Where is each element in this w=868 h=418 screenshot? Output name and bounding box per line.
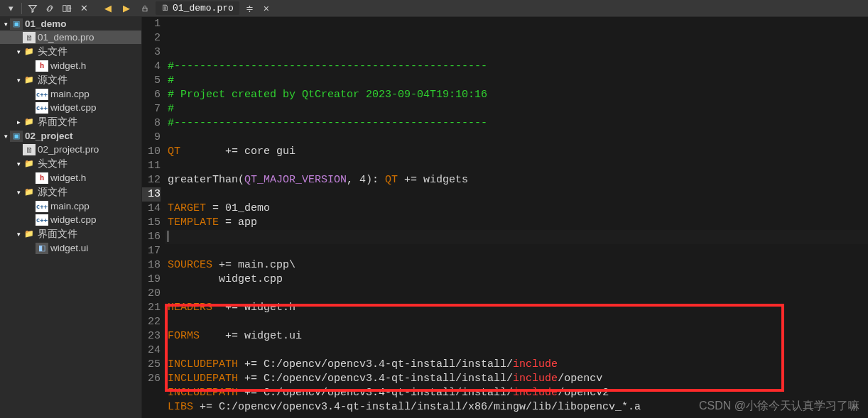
tree-item--[interactable]: ▾📁源文件 — [0, 185, 141, 199]
tree-item-01_demo[interactable]: ▾▣01_demo — [0, 17, 141, 31]
code-line-9[interactable]: greaterThan(QT_MAJOR_VERSION, 4): QT += … — [165, 173, 868, 187]
tree-toggle-icon[interactable]: ▾ — [1, 21, 10, 28]
split-icon[interactable]: + — [59, 1, 75, 16]
tree-item-label: 界面文件 — [38, 116, 77, 128]
tree-item-label: widget.cpp — [50, 102, 97, 113]
tree-item-label: widget.h — [50, 172, 86, 183]
svg-rect-0 — [63, 5, 66, 11]
editor-tab-bar: ◀ ▶ 🗎 01_demo.pro ≑ × — [99, 1, 865, 16]
code-line-13[interactable] — [165, 230, 868, 244]
tree-item-label: 头文件 — [38, 45, 67, 58]
tree-item-label: 源文件 — [38, 74, 67, 87]
tree-item-label: widget.h — [50, 60, 86, 71]
tree-item-label: main.cpp — [50, 89, 89, 99]
tree-item-label: 界面文件 — [38, 228, 77, 241]
tree-item-label: 头文件 — [38, 158, 67, 170]
code-line-21[interactable] — [165, 343, 868, 358]
code-line-18[interactable]: HEADERS += widget.h — [165, 301, 868, 315]
tree-item-widget-cpp[interactable]: c++widget.cpp — [0, 213, 141, 226]
tree-item-02_project-pro[interactable]: 🗎02_project.pro — [0, 143, 141, 156]
tree-item-widget-ui[interactable]: ◧widget.ui — [0, 241, 141, 255]
tree-toggle-icon[interactable]: ▾ — [14, 189, 23, 196]
code-line-25[interactable]: LIBS += C:/opencv/opencv3.4-qt-install/i… — [165, 400, 868, 414]
code-line-3[interactable]: # Project created by QtCreator 2023-09-0… — [165, 88, 868, 102]
tree-item-main-cpp[interactable]: c++main.cpp — [0, 87, 141, 101]
code-line-23[interactable]: INCLUDEPATH += C:/opencv/opencv3.4-qt-in… — [165, 372, 868, 386]
code-line-4[interactable]: # — [165, 102, 868, 116]
tree-item-label: widget.cpp — [50, 214, 97, 225]
tree-toggle-icon[interactable]: ▾ — [14, 48, 23, 55]
tree-toggle-icon[interactable]: ▾ — [14, 231, 23, 238]
svg-rect-3 — [143, 8, 147, 11]
tree-item-widget-cpp[interactable]: c++widget.cpp — [0, 101, 141, 114]
nav-fwd-icon[interactable]: ▶ — [119, 1, 134, 16]
close-panel-icon[interactable]: ✕ — [76, 1, 92, 16]
tree-item-label: 02_project — [25, 131, 73, 141]
line-gutter: 1234567891011121314151617181920212223242… — [142, 17, 165, 418]
tree-item-label: 01_demo.pro — [38, 32, 94, 43]
tree-item-label: 02_project.pro — [38, 144, 99, 155]
top-toolbar: ▾ + ✕ ◀ ▶ 🗎 01_demo.pro ≑ × — [0, 0, 868, 17]
code-line-15[interactable]: SOURCES += main.cpp\ — [165, 258, 868, 273]
code-line-10[interactable] — [165, 187, 868, 202]
code-line-14[interactable] — [165, 244, 868, 258]
tree-item-widget-h[interactable]: hwidget.h — [0, 171, 141, 185]
code-line-1[interactable]: #---------------------------------------… — [165, 60, 868, 74]
menu-down-icon[interactable]: ▾ — [3, 1, 18, 16]
tab-close-icon[interactable]: × — [261, 3, 272, 14]
file-doc-icon: 🗎 — [161, 3, 170, 13]
code-line-7[interactable]: QT += core gui — [165, 145, 868, 159]
lock-icon[interactable] — [137, 1, 153, 16]
code-line-12[interactable]: TEMPLATE = app — [165, 216, 868, 230]
tree-item--[interactable]: ▾📁头文件 — [0, 156, 141, 171]
tree-toggle-icon[interactable]: ▸ — [14, 119, 23, 126]
nav-back-icon[interactable]: ◀ — [100, 1, 116, 16]
tree-item-label: 01_demo — [25, 18, 67, 29]
tree-item-label: main.cpp — [50, 201, 89, 211]
tree-item-label: 源文件 — [38, 186, 67, 199]
tree-item--[interactable]: ▸📁界面文件 — [0, 114, 141, 129]
active-file-name: 01_demo.pro — [173, 3, 234, 13]
code-area[interactable]: #---------------------------------------… — [165, 17, 868, 418]
code-line-20[interactable]: FORMS += widget.ui — [165, 329, 868, 343]
code-line-2[interactable]: # — [165, 74, 868, 88]
tree-item-widget-h[interactable]: hwidget.h — [0, 59, 141, 72]
code-line-26[interactable] — [165, 414, 868, 418]
tree-toggle-icon[interactable]: ▾ — [14, 160, 23, 167]
project-tree[interactable]: ▾▣01_demo 🗎01_demo.pro▾📁头文件 hwidget.h▾📁源… — [0, 17, 142, 418]
file-dropdown-icon[interactable]: ≑ — [242, 1, 258, 16]
tree-toggle-icon[interactable]: ▾ — [14, 77, 23, 84]
code-line-19[interactable] — [165, 315, 868, 329]
code-line-6[interactable] — [165, 131, 868, 145]
code-line-5[interactable]: #---------------------------------------… — [165, 116, 868, 131]
tree-item-label: widget.ui — [50, 243, 88, 253]
tree-item-main-cpp[interactable]: c++main.cpp — [0, 199, 141, 213]
code-line-11[interactable]: TARGET = 01_demo — [165, 202, 868, 216]
code-line-8[interactable] — [165, 159, 868, 173]
link-icon[interactable] — [42, 1, 58, 16]
code-editor[interactable]: 1234567891011121314151617181920212223242… — [142, 17, 868, 418]
code-line-22[interactable]: INCLUDEPATH += C:/opencv/opencv3.4-qt-in… — [165, 358, 868, 372]
filter-icon[interactable] — [25, 1, 40, 16]
active-file-tab[interactable]: 🗎 01_demo.pro — [156, 1, 239, 15]
code-line-24[interactable]: INCLUDEPATH += C:/opencv/opencv3.4-qt-in… — [165, 386, 868, 400]
tree-item-02_project[interactable]: ▾▣02_project — [0, 129, 141, 143]
tree-item-01_demo-pro[interactable]: 🗎01_demo.pro — [0, 31, 141, 44]
tree-toggle-icon[interactable]: ▾ — [1, 133, 10, 140]
tree-item--[interactable]: ▾📁界面文件 — [0, 226, 141, 241]
code-line-16[interactable]: widget.cpp — [165, 273, 868, 287]
code-line-17[interactable] — [165, 287, 868, 301]
tree-item--[interactable]: ▾📁源文件 — [0, 72, 141, 87]
tree-item--[interactable]: ▾📁头文件 — [0, 44, 141, 59]
svg-text:+: + — [69, 5, 72, 10]
